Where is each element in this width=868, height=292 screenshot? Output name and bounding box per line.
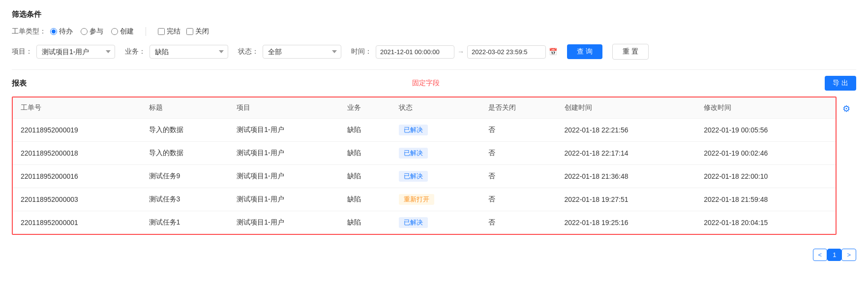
cell-updated-at: 2022-01-18 20:04:15	[696, 211, 836, 234]
radio-daiban[interactable]: 待办	[50, 27, 73, 36]
status-select-wrapper: 状态： 全部 已解决 重新打开	[238, 45, 341, 59]
business-label: 业务：	[125, 47, 146, 56]
project-select-wrapper: 项目： 测试项目1-用户	[12, 45, 115, 59]
radio-canyu-input[interactable]	[81, 28, 88, 35]
status-badge: 已解决	[399, 171, 428, 182]
ticket-type-label: 工单类型：	[12, 27, 46, 36]
cell-project: 测试项目1-用户	[229, 211, 339, 234]
cell-title: 测试任务1	[141, 211, 229, 234]
cell-updated-at: 2022-01-18 22:00:10	[696, 165, 836, 188]
cell-ticket-no: 220118952000001	[13, 211, 141, 234]
cell-business: 缺陷	[339, 142, 391, 165]
project-select[interactable]: 测试项目1-用户	[36, 45, 115, 59]
radio-daiban-input[interactable]	[50, 28, 57, 35]
next-page-button[interactable]: >	[841, 249, 856, 261]
report-table: 工单号 标题 项目 业务 状态 是否关闭 创建时间 修改时间 220118952…	[13, 97, 836, 234]
table-settings-area: ⚙	[837, 97, 856, 114]
checkbox-wanjie-input[interactable]	[158, 28, 165, 35]
cell-is-closed: 否	[480, 211, 556, 234]
cell-created-at: 2022-01-18 22:17:14	[557, 142, 696, 165]
cell-title: 测试任务9	[141, 165, 229, 188]
cell-created-at: 2022-01-18 21:36:48	[557, 165, 696, 188]
project-label: 项目：	[12, 47, 32, 56]
divider-vertical	[146, 27, 146, 36]
pagination: < 1 >	[12, 249, 856, 261]
prev-page-button[interactable]: <	[813, 249, 828, 261]
report-header: 报表 固定字段 导 出	[12, 76, 856, 91]
time-range: → 📅	[376, 45, 557, 59]
status-badge: 已解决	[399, 125, 428, 135]
checkbox-wanjie-label: 完结	[167, 27, 180, 36]
col-ticket-no: 工单号	[13, 97, 141, 119]
cell-status: 已解决	[391, 165, 480, 188]
table-head: 工单号 标题 项目 业务 状态 是否关闭 创建时间 修改时间	[13, 97, 836, 119]
col-project: 项目	[229, 97, 339, 119]
table-body: 220118952000019 导入的数据 测试项目1-用户 缺陷 已解决 否 …	[13, 119, 836, 234]
filter-row-fields: 项目： 测试项目1-用户 业务： 缺陷 状态： 全部 已解决 重新打开 时间： …	[12, 44, 856, 60]
cell-project: 测试项目1-用户	[229, 142, 339, 165]
checkbox-guanbi-input[interactable]	[186, 28, 193, 35]
cell-status: 已解决	[391, 119, 480, 142]
reset-button[interactable]: 重 置	[612, 44, 649, 60]
cell-project: 测试项目1-用户	[229, 165, 339, 188]
query-button[interactable]: 查 询	[567, 44, 602, 59]
cell-ticket-no: 220118952000016	[13, 165, 141, 188]
radio-chuanjian-label: 创建	[120, 27, 134, 36]
col-created-at: 创建时间	[557, 97, 696, 119]
checkbox-group: 完结 关闭	[158, 27, 209, 36]
col-business: 业务	[339, 97, 391, 119]
filter-title: 筛选条件	[12, 10, 856, 19]
checkbox-wanjie[interactable]: 完结	[158, 27, 180, 36]
section-divider	[12, 69, 856, 70]
col-is-closed: 是否关闭	[480, 97, 556, 119]
cell-created-at: 2022-01-18 19:27:51	[557, 188, 696, 211]
ticket-type-filter: 工单类型： 待办 参与 创建	[12, 27, 134, 36]
table-area: 工单号 标题 项目 业务 状态 是否关闭 创建时间 修改时间 220118952…	[12, 97, 856, 241]
time-label: 时间：	[351, 47, 372, 56]
cell-status: 重新打开	[391, 188, 480, 211]
cell-is-closed: 否	[480, 142, 556, 165]
filter-row-type: 工单类型： 待办 参与 创建 完结	[12, 27, 856, 36]
cell-project: 测试项目1-用户	[229, 188, 339, 211]
business-select-wrapper: 业务： 缺陷	[125, 45, 228, 59]
checkbox-guanbi-label: 关闭	[195, 27, 209, 36]
cell-updated-at: 2022-01-19 00:02:46	[696, 142, 836, 165]
calendar-icon[interactable]: 📅	[549, 48, 557, 56]
time-start-input[interactable]	[376, 45, 454, 59]
cell-business: 缺陷	[339, 188, 391, 211]
cell-business: 缺陷	[339, 119, 391, 142]
table-row: 220118952000019 导入的数据 测试项目1-用户 缺陷 已解决 否 …	[13, 119, 836, 142]
time-separator: →	[457, 48, 464, 56]
col-updated-at: 修改时间	[696, 97, 836, 119]
cell-is-closed: 否	[480, 165, 556, 188]
filter-section: 筛选条件 工单类型： 待办 参与 创建	[12, 10, 856, 60]
cell-project: 测试项目1-用户	[229, 119, 339, 142]
cell-ticket-no: 220118952000003	[13, 188, 141, 211]
table-row: 220118952000018 导入的数据 测试项目1-用户 缺陷 已解决 否 …	[13, 142, 836, 165]
status-badge: 重新打开	[399, 194, 434, 205]
cell-ticket-no: 220118952000018	[13, 142, 141, 165]
radio-canyu[interactable]: 参与	[81, 27, 103, 36]
table-row: 220118952000001 测试任务1 测试项目1-用户 缺陷 已解决 否 …	[13, 211, 836, 234]
radio-chuanjian[interactable]: 创建	[111, 27, 134, 36]
table-row: 220118952000003 测试任务3 测试项目1-用户 缺陷 重新打开 否…	[13, 188, 836, 211]
business-select[interactable]: 缺陷	[150, 45, 228, 59]
prev-icon: <	[818, 251, 822, 259]
settings-icon[interactable]: ⚙	[842, 103, 850, 114]
cell-updated-at: 2022-01-19 00:05:56	[696, 119, 836, 142]
time-end-input[interactable]	[467, 45, 546, 59]
cell-business: 缺陷	[339, 211, 391, 234]
status-label: 状态：	[238, 47, 259, 56]
report-title: 报表	[12, 79, 27, 88]
next-icon: >	[847, 251, 851, 259]
report-header-right: 导 出	[825, 76, 856, 91]
radio-canyu-label: 参与	[90, 27, 103, 36]
radio-chuanjian-input[interactable]	[111, 28, 118, 35]
checkbox-guanbi[interactable]: 关闭	[186, 27, 209, 36]
status-select[interactable]: 全部 已解决 重新打开	[263, 45, 341, 59]
cell-created-at: 2022-01-18 22:21:56	[557, 119, 696, 142]
status-badge: 已解决	[399, 217, 428, 228]
radio-daiban-label: 待办	[59, 27, 73, 36]
cell-is-closed: 否	[480, 119, 556, 142]
export-button[interactable]: 导 出	[825, 76, 856, 91]
